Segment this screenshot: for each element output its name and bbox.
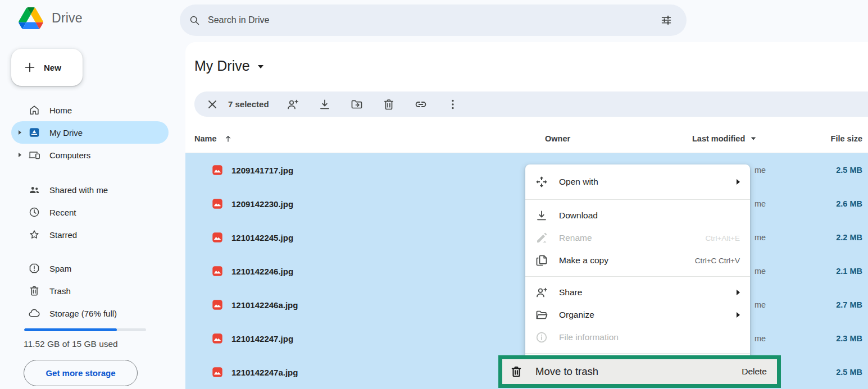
expand-caret-icon[interactable]	[16, 130, 24, 135]
sidebar-item-label: Shared with me	[49, 185, 108, 195]
drive-logo[interactable]: Drive	[19, 7, 83, 29]
file-owner: me	[755, 153, 766, 187]
file-owner: me	[755, 221, 766, 254]
shortcut-label: Delete	[742, 367, 767, 377]
menu-item-rename: Rename Ctrl+Alt+E	[525, 227, 750, 249]
chevron-down-icon	[258, 65, 263, 68]
sidebar-item-label: Storage (76% full)	[49, 309, 117, 318]
storage-progress-bar	[24, 328, 146, 331]
computers-icon	[28, 149, 40, 161]
copy-link-button[interactable]	[414, 98, 428, 111]
drive-logo-icon	[19, 7, 43, 29]
menu-divider	[525, 353, 750, 354]
menu-item-file-information: File information	[525, 326, 750, 349]
menu-item-share[interactable]: Share	[525, 281, 750, 304]
new-button-label: New	[44, 63, 61, 72]
image-file-icon	[211, 265, 224, 277]
menu-item-open-with[interactable]: Open with	[525, 169, 750, 195]
sidebar-item-storage[interactable]: Storage (76% full)	[11, 302, 169, 324]
file-size: 2.1 MB	[836, 254, 862, 288]
share-button[interactable]	[286, 98, 299, 111]
clear-selection-button[interactable]	[206, 98, 219, 111]
image-file-icon	[211, 231, 224, 244]
search-input[interactable]: Search in Drive	[180, 4, 687, 36]
file-name: 1209141717.jpg	[231, 153, 293, 187]
sidebar-item-label: Home	[49, 106, 72, 115]
sidebar-item-starred[interactable]: Starred	[11, 223, 169, 246]
get-more-storage-button[interactable]: Get more storage	[24, 360, 138, 386]
file-size: 2.3 MB	[836, 322, 862, 355]
pencil-icon	[535, 231, 548, 245]
file-name: 1210142246a.jpg	[231, 288, 298, 322]
star-icon	[28, 228, 40, 241]
submenu-caret-icon	[737, 312, 740, 318]
storage-progress-fill	[24, 328, 117, 331]
plus-icon	[24, 61, 36, 74]
selected-count: 7 selected	[228, 99, 269, 109]
copy-icon	[535, 254, 548, 267]
column-header-modified[interactable]: Last modified	[692, 134, 756, 143]
file-name: 1209142230.jpg	[231, 187, 293, 221]
move-to-folder-button[interactable]	[350, 98, 363, 111]
menu-item-make-a-copy[interactable]: Make a copy Ctrl+C Ctrl+V	[525, 249, 750, 272]
storage-usage-text: 11.52 GB of 15 GB used	[24, 339, 118, 349]
file-size: 2.6 MB	[836, 187, 862, 221]
file-size: 2.5 MB	[836, 153, 862, 187]
context-menu: Open with Download Rename Ctrl+Alt+E Mak…	[525, 164, 750, 356]
new-button[interactable]: New	[11, 49, 83, 86]
spam-icon	[28, 262, 40, 274]
clock-icon	[28, 206, 40, 218]
highlight-box: Move to trash Delete	[498, 355, 781, 388]
column-header-name[interactable]: Name	[194, 134, 233, 143]
file-size: 2.2 MB	[836, 221, 862, 254]
image-file-icon	[211, 366, 224, 378]
image-file-icon	[211, 164, 224, 176]
file-name: 1210142246.jpg	[231, 254, 293, 288]
file-owner: me	[755, 187, 766, 221]
cloud-icon	[28, 307, 40, 319]
sort-descending-icon	[751, 137, 756, 140]
file-name: 1210142245.jpg	[231, 221, 293, 254]
open-with-icon	[535, 175, 548, 189]
sidebar-item-computers[interactable]: Computers	[11, 144, 169, 166]
image-file-icon	[211, 332, 224, 345]
app-wordmark: Drive	[52, 11, 83, 26]
sidebar-item-label: My Drive	[49, 128, 83, 138]
sidebar-item-label: Starred	[49, 230, 77, 240]
sidebar-item-shared-with-me[interactable]: Shared with me	[11, 179, 169, 201]
sidebar-item-label: Computers	[49, 150, 90, 160]
sidebar: Drive New Home My Drive Computers Shared	[0, 0, 185, 389]
submenu-caret-icon	[737, 179, 740, 185]
trash-icon	[28, 285, 40, 297]
sort-ascending-icon	[224, 134, 233, 143]
page-title[interactable]: My Drive	[194, 58, 263, 74]
column-header-owner[interactable]: Owner	[545, 134, 570, 143]
search-filters-icon[interactable]	[661, 15, 672, 26]
expand-caret-icon[interactable]	[16, 153, 24, 157]
sidebar-item-label: Spam	[49, 264, 71, 273]
sidebar-item-recent[interactable]: Recent	[11, 201, 169, 223]
column-header-size[interactable]: File size	[831, 134, 862, 143]
menu-item-move-to-trash[interactable]: Move to trash	[535, 365, 742, 378]
download-button[interactable]	[318, 98, 331, 111]
trash-button[interactable]	[382, 98, 396, 111]
file-owner: me	[755, 322, 766, 355]
file-size: 2.7 MB	[836, 288, 862, 322]
search-placeholder: Search in Drive	[208, 15, 661, 25]
folder-open-icon	[535, 308, 548, 322]
table-header: Name Owner Last modified File size	[185, 126, 868, 153]
more-actions-button[interactable]	[446, 98, 460, 111]
file-owner: me	[755, 288, 766, 322]
download-icon	[535, 209, 548, 222]
submenu-caret-icon	[737, 290, 740, 295]
sidebar-item-label: Recent	[49, 208, 76, 217]
sidebar-item-trash[interactable]: Trash	[11, 280, 169, 302]
sidebar-item-my-drive[interactable]: My Drive	[11, 121, 169, 144]
selection-toolbar: 7 selected	[194, 91, 868, 117]
sidebar-item-spam[interactable]: Spam	[11, 257, 169, 280]
menu-item-organize[interactable]: Organize	[525, 304, 750, 326]
menu-divider	[525, 276, 750, 277]
sidebar-item-home[interactable]: Home	[11, 99, 169, 121]
menu-item-download[interactable]: Download	[525, 204, 750, 227]
file-size: 2.5 MB	[836, 355, 862, 389]
